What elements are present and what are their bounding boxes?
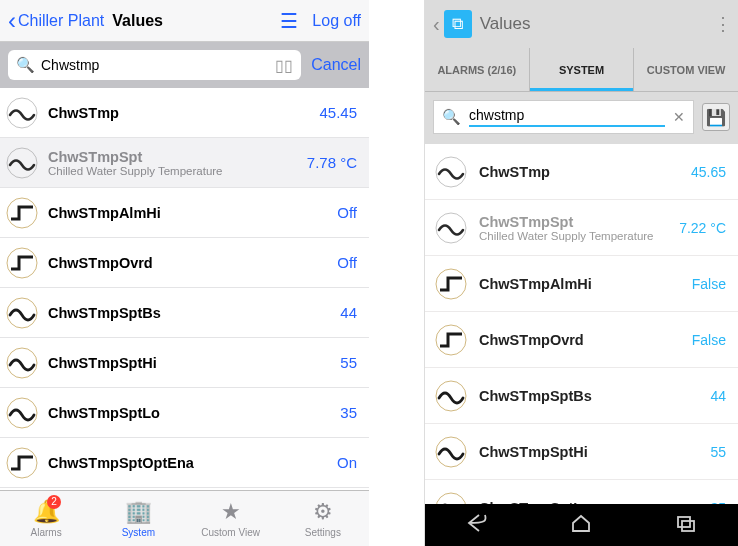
list-item[interactable]: ChwSTmpSptLo35 [0, 388, 369, 438]
search-icon: 🔍 [442, 108, 461, 126]
tab-alarms[interactable]: 🔔 2 Alarms [0, 491, 92, 546]
item-text: ChwSTmpAlmHi [48, 205, 327, 221]
item-value: On [337, 454, 357, 471]
list-item[interactable]: ChwSTmpAlmHiOff [0, 188, 369, 238]
android-screen: ‹ ⧉ Values ⋮ ALARMS (2/16) SYSTEM CUSTOM… [424, 0, 738, 546]
point-type-icon [435, 492, 467, 505]
search-bar: 🔍 ✕ 💾 [425, 92, 738, 144]
item-text: ChwSTmpOvrd [48, 255, 327, 271]
home-softkey[interactable] [569, 513, 593, 537]
point-type-icon [435, 380, 467, 412]
search-input[interactable] [41, 57, 269, 73]
item-value: 44 [710, 388, 726, 404]
building-icon: 🏢 [125, 499, 152, 525]
tab-settings[interactable]: ⚙ Settings [277, 491, 369, 546]
item-name: ChwSTmp [479, 164, 679, 180]
item-text: ChwSTmpSptBs [479, 388, 698, 404]
clear-icon[interactable]: ✕ [673, 109, 685, 125]
tab-alarms[interactable]: ALARMS (2/16) [425, 48, 529, 91]
item-text: ChwSTmpSptHi [479, 444, 698, 460]
item-name: ChwSTmpSpt [479, 214, 667, 230]
back-label: Chiller Plant [18, 12, 104, 30]
item-value: False [692, 276, 726, 292]
item-text: ChwSTmpSptOptEna [48, 455, 327, 471]
cancel-button[interactable]: Cancel [311, 56, 361, 74]
tab-label: Alarms [31, 527, 62, 538]
tab-label: Custom View [201, 527, 260, 538]
point-type-icon [6, 147, 38, 179]
back-button[interactable]: ‹ Chiller Plant [8, 9, 104, 33]
point-type-icon [6, 197, 38, 229]
chevron-left-icon: ‹ [8, 9, 16, 33]
item-value: False [692, 332, 726, 348]
recents-softkey[interactable] [674, 513, 698, 537]
item-name: ChwSTmpOvrd [479, 332, 680, 348]
list-item[interactable]: ChwSTmpSptChilled Water Supply Temperatu… [0, 138, 369, 188]
list-item[interactable]: ChwSTmpSptChilled Water Supply Temperatu… [425, 200, 738, 256]
bookmark-icon[interactable]: ▯▯ [275, 56, 293, 75]
item-value: 55 [340, 354, 357, 371]
search-icon: 🔍 [16, 56, 35, 74]
point-type-icon [6, 297, 38, 329]
search-field-wrap: 🔍 ▯▯ [8, 50, 301, 80]
list-item[interactable]: ChwSTmpSptHi55 [425, 424, 738, 480]
chevron-left-icon[interactable]: ‹ [433, 13, 440, 36]
app-logo-icon[interactable]: ⧉ [444, 10, 472, 38]
list-item[interactable]: ChwSTmp45.45 [0, 88, 369, 138]
list-item[interactable]: ChwSTmpSptOptEnaOn [0, 438, 369, 488]
list-icon[interactable]: ☰ [280, 9, 298, 33]
item-text: ChwSTmp [479, 164, 679, 180]
value-list: ChwSTmp45.65ChwSTmpSptChilled Water Supp… [425, 144, 738, 504]
list-item[interactable]: ChwSTmpAlmHiFalse [425, 256, 738, 312]
item-name: ChwSTmpSptBs [479, 388, 698, 404]
tab-system[interactable]: 🏢 System [92, 491, 184, 546]
logoff-button[interactable]: Log off [312, 12, 361, 30]
point-type-icon [6, 97, 38, 129]
item-sub: Chilled Water Supply Temperature [48, 165, 297, 177]
point-type-icon [6, 447, 38, 479]
item-name: ChwSTmpOvrd [48, 255, 327, 271]
item-text: ChwSTmpOvrd [479, 332, 680, 348]
tab-custom-view[interactable]: ★ Custom View [185, 491, 277, 546]
item-text: ChwSTmpAlmHi [479, 276, 680, 292]
item-value: Off [337, 204, 357, 221]
tab-custom-view[interactable]: CUSTOM VIEW [633, 48, 738, 91]
item-sub: Chilled Water Supply Temperature [479, 230, 667, 242]
item-name: ChwSTmpSptHi [479, 444, 698, 460]
item-value: 45.65 [691, 164, 726, 180]
item-value: 45.45 [319, 104, 357, 121]
list-item[interactable]: ChwSTmpSptBs44 [425, 368, 738, 424]
item-text: ChwSTmp [48, 105, 309, 121]
back-softkey[interactable] [465, 513, 489, 537]
point-type-icon [6, 397, 38, 429]
point-type-icon [6, 347, 38, 379]
item-name: ChwSTmpAlmHi [48, 205, 327, 221]
list-item[interactable]: ChwSTmpSptBs44 [0, 288, 369, 338]
ios-screen: ‹ Chiller Plant Values ☰ Log off 🔍 ▯▯ Ca… [0, 0, 369, 546]
list-item[interactable]: ChwSTmp45.65 [425, 144, 738, 200]
point-type-icon [435, 436, 467, 468]
item-value: 55 [710, 444, 726, 460]
list-item[interactable]: ChwSTmpSptLo35 [425, 480, 738, 504]
item-value: 7.22 °C [679, 220, 726, 236]
list-item[interactable]: ChwSTmpSptHi55 [0, 338, 369, 388]
list-item[interactable]: ChwSTmpOvrdFalse [425, 312, 738, 368]
search-input[interactable] [469, 107, 665, 127]
item-text: ChwSTmpSptChilled Water Supply Temperatu… [48, 149, 297, 177]
item-value: Off [337, 254, 357, 271]
item-name: ChwSTmpSptBs [48, 305, 330, 321]
item-name: ChwSTmpSpt [48, 149, 297, 165]
android-tabstrip: ALARMS (2/16) SYSTEM CUSTOM VIEW [425, 48, 738, 92]
item-name: ChwSTmpSptHi [48, 355, 330, 371]
android-screen-wrap: ‹ ⧉ Values ⋮ ALARMS (2/16) SYSTEM CUSTOM… [369, 0, 738, 546]
save-icon[interactable]: 💾 [702, 103, 730, 131]
search-field-wrap: 🔍 ✕ [433, 100, 694, 134]
point-type-icon [435, 212, 467, 244]
tab-system[interactable]: SYSTEM [529, 48, 634, 91]
tab-bar: 🔔 2 Alarms 🏢 System ★ Custom View ⚙ Sett… [0, 490, 369, 546]
overflow-menu-icon[interactable]: ⋮ [714, 13, 730, 35]
item-text: ChwSTmpSptHi [48, 355, 330, 371]
list-item[interactable]: ChwSTmpOvrdOff [0, 238, 369, 288]
point-type-icon [435, 324, 467, 356]
point-type-icon [6, 247, 38, 279]
